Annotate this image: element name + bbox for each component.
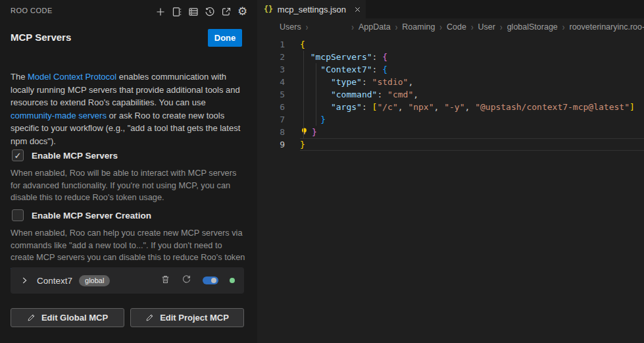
line-number: 8 bbox=[257, 126, 285, 138]
tab-mcp-settings-json[interactable]: {} mcp_settings.json bbox=[257, 0, 366, 18]
model-context-protocol-link[interactable]: Model Context Protocol bbox=[28, 72, 116, 82]
settings-gear-icon[interactable]: ⚙ bbox=[235, 5, 249, 18]
line-number: 5 bbox=[257, 88, 285, 101]
mcp-servers-icon[interactable] bbox=[186, 5, 200, 18]
chevron-right-icon: › bbox=[471, 22, 474, 32]
breadcrumb-item[interactable]: Code bbox=[447, 22, 466, 32]
pencil-icon bbox=[27, 313, 36, 322]
line-number: 6 bbox=[257, 101, 285, 113]
enable-mcp-creation-row: Enable MCP Server Creation bbox=[12, 209, 151, 221]
indent-guide bbox=[316, 63, 316, 126]
close-icon[interactable] bbox=[353, 5, 362, 14]
chevron-right-icon: › bbox=[306, 22, 309, 32]
pencil-icon bbox=[145, 313, 154, 322]
intro-text: The bbox=[11, 72, 28, 82]
enable-mcp-servers-checkbox[interactable]: ✓ bbox=[12, 149, 24, 161]
lightbulb-icon[interactable] bbox=[300, 126, 309, 139]
breadcrumb: Users››AppData›Roaming›Code›User›globalS… bbox=[257, 18, 644, 36]
page-title: MCP Servers bbox=[11, 32, 71, 43]
status-dot bbox=[230, 278, 235, 283]
panel-toolbar: ⚙ bbox=[153, 5, 249, 18]
prompts-notebook-icon[interactable] bbox=[170, 5, 184, 18]
extension-title: ROO CODE bbox=[11, 7, 53, 14]
edit-global-mcp-label: Edit Global MCP bbox=[41, 313, 108, 323]
roo-code-panel: ROO CODE ⚙ MCP Servers Done The Model bbox=[0, 0, 257, 343]
edit-global-mcp-button[interactable]: Edit Global MCP bbox=[11, 308, 124, 327]
breadcrumb-item[interactable]: Roaming bbox=[402, 22, 435, 32]
chevron-right-icon: › bbox=[395, 22, 398, 32]
line-number: 9 bbox=[257, 138, 285, 151]
tab-bar: {} mcp_settings.json bbox=[257, 0, 644, 18]
line-number: 3 bbox=[257, 63, 285, 76]
breadcrumb-item[interactable]: rooveterinaryinc.roo-cline bbox=[570, 22, 644, 32]
code-line[interactable]: 2 "mcpServers": { bbox=[257, 51, 644, 63]
edit-project-mcp-button[interactable]: Edit Project MCP bbox=[130, 308, 244, 327]
breadcrumb-item[interactable]: globalStorage bbox=[507, 22, 558, 32]
editor-pane: {} mcp_settings.json Users››AppData›Roam… bbox=[257, 0, 644, 343]
json-file-icon: {} bbox=[264, 5, 273, 14]
chevron-right-icon[interactable] bbox=[20, 276, 29, 285]
enable-mcp-servers-row: ✓ Enable MCP Servers bbox=[12, 149, 118, 161]
enable-mcp-creation-label: Enable MCP Server Creation bbox=[32, 211, 151, 221]
new-task-plus-icon[interactable] bbox=[153, 5, 167, 18]
code-editor[interactable]: 1{2 "mcpServers": {3 "Context7": {4 "typ… bbox=[257, 36, 644, 151]
code-line[interactable]: 1{ bbox=[257, 38, 644, 51]
done-button[interactable]: Done bbox=[208, 29, 242, 47]
code-line[interactable]: 8} bbox=[257, 126, 644, 138]
line-number: 1 bbox=[257, 38, 285, 51]
line-number: 2 bbox=[257, 51, 285, 63]
open-in-editor-icon[interactable] bbox=[219, 5, 233, 18]
refresh-icon[interactable] bbox=[182, 275, 191, 287]
server-row-actions bbox=[161, 275, 235, 287]
enable-mcp-servers-label: Enable MCP Servers bbox=[32, 151, 118, 161]
server-enabled-toggle[interactable] bbox=[203, 277, 218, 284]
chevron-right-icon: › bbox=[439, 22, 442, 32]
chevron-right-icon: › bbox=[500, 22, 503, 32]
breadcrumb-item[interactable]: AppData bbox=[359, 22, 391, 32]
server-scope-badge: global bbox=[79, 275, 110, 286]
server-name: Context7 bbox=[37, 276, 72, 286]
edit-project-mcp-label: Edit Project MCP bbox=[160, 313, 229, 323]
server-row-context7[interactable]: Context7 global bbox=[11, 267, 244, 294]
checkmark-icon: ✓ bbox=[14, 151, 22, 161]
community-made-servers-link[interactable]: community-made servers bbox=[11, 111, 107, 120]
vscode-window: ROO CODE ⚙ MCP Servers Done The Model bbox=[0, 0, 644, 343]
history-icon[interactable] bbox=[203, 5, 216, 18]
intro-paragraph: The Model Context Protocol enables commu… bbox=[11, 70, 250, 147]
toggle-knob bbox=[211, 278, 216, 283]
breadcrumb-item[interactable]: Users bbox=[280, 22, 301, 32]
indent-guide bbox=[303, 51, 304, 138]
chevron-right-icon: › bbox=[562, 22, 565, 32]
breadcrumb-item[interactable]: User bbox=[478, 22, 495, 32]
mcp-action-buttons: Edit Global MCP Edit Project MCP bbox=[11, 308, 244, 327]
enable-mcp-servers-description: When enabled, Roo will be able to intera… bbox=[11, 167, 247, 204]
line-number: 4 bbox=[257, 76, 285, 88]
enable-mcp-creation-checkbox[interactable] bbox=[12, 209, 24, 221]
delete-trash-icon[interactable] bbox=[161, 275, 170, 287]
chevron-right-icon: › bbox=[351, 22, 354, 32]
code-line[interactable]: 9} bbox=[257, 138, 644, 151]
line-number: 7 bbox=[257, 113, 285, 126]
tab-filename: mcp_settings.json bbox=[278, 5, 346, 14]
